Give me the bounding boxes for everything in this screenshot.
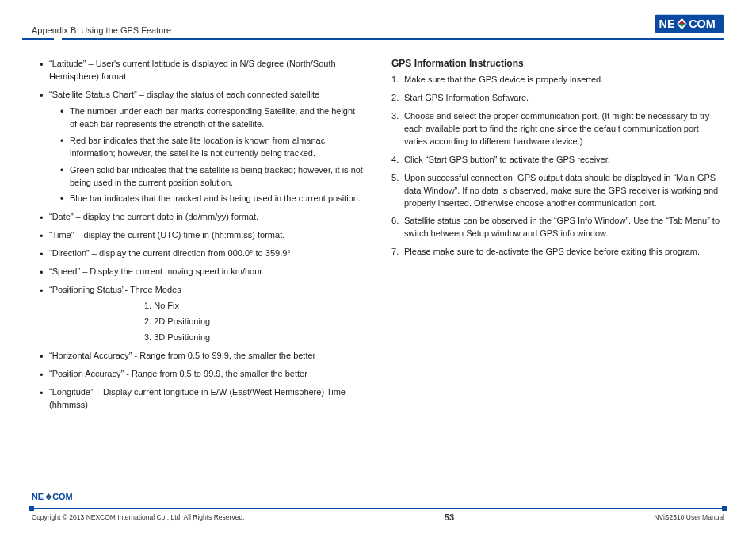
list-item: Satellite status can be observed in the …: [391, 215, 724, 240]
list-item: Red bar indicates that the satellite loc…: [60, 135, 365, 160]
list-item: “Longitude” – Display current longitude …: [40, 386, 365, 412]
page-number: 53: [445, 512, 454, 522]
list-item: Blue bar indicates that the tracked and …: [60, 193, 365, 205]
svg-text:NE: NE: [659, 17, 675, 30]
footer-rule: [32, 508, 724, 509]
svg-text:NE: NE: [32, 492, 44, 501]
list-item: The number under each bar marks correspo…: [60, 105, 365, 131]
feature-list: “Latitude” – User's current latitude is …: [32, 58, 365, 412]
footer-row: Copyright © 2013 NEXCOM International Co…: [32, 512, 724, 522]
list-item: “Latitude” – User's current latitude is …: [40, 58, 365, 83]
copyright: Copyright © 2013 NEXCOM International Co…: [32, 513, 244, 521]
list-item: “Horizontal Accuracy” - Range from 0.5 t…: [40, 350, 365, 362]
list-item: Green solid bar indicates that the satel…: [60, 164, 365, 190]
list-item: “Time” – display the current (UTC) time …: [40, 229, 365, 242]
list-item: 1. No Fix: [144, 300, 365, 313]
list-item: “Speed” – Display the current moving spe…: [40, 266, 365, 278]
content: “Latitude” – User's current latitude is …: [32, 58, 724, 417]
list-item: Make sure that the GPS device is properl…: [391, 74, 724, 86]
list-item: “Date” – display the current date in (dd…: [40, 211, 365, 224]
svg-text:COM: COM: [689, 17, 716, 30]
header-rule: [32, 38, 724, 40]
footer-logo: NE COM: [32, 491, 724, 505]
svg-text:COM: COM: [52, 492, 72, 501]
right-column: GPS Information Instructions Make sure t…: [391, 58, 724, 417]
list-item: Click “Start GPS button” to activate the…: [391, 154, 724, 167]
modes-list: 1. No Fix 2. 2D Positioning 3. 3D Positi…: [49, 300, 365, 344]
instructions-heading: GPS Information Instructions: [391, 58, 724, 69]
manual-name: NViS2310 User Manual: [654, 513, 724, 521]
left-column: “Latitude” – User's current latitude is …: [32, 58, 365, 417]
list-item: Start GPS Information Software.: [391, 92, 724, 105]
list-item: “Position Accuracy” - Range from 0.5 to …: [40, 368, 365, 381]
list-item: Please make sure to de-activate the GPS …: [391, 246, 724, 259]
list-item: Choose and select the proper communicati…: [391, 110, 724, 148]
list-text: “Satellite Status Chart” – display the s…: [49, 90, 319, 99]
list-item: 2. 2D Positioning: [144, 316, 365, 328]
breadcrumb: Appendix B: Using the GPS Feature: [32, 25, 171, 35]
header: Appendix B: Using the GPS Feature NE COM: [32, 14, 724, 35]
list-item: “Satellite Status Chart” – display the s…: [40, 89, 365, 206]
list-item: “Direction” – display the current direct…: [40, 247, 365, 260]
list-text: “Latitude” – User's current latitude is …: [49, 59, 336, 81]
brand-logo: NE COM: [655, 14, 724, 35]
list-text: “Positioning Status”- Three Modes: [49, 285, 181, 294]
footer: NE COM Copyright © 2013 NEXCOM Internati…: [32, 491, 724, 522]
list-item: “Positioning Status”- Three Modes 1. No …: [40, 284, 365, 344]
list-item: 3. 3D Positioning: [144, 332, 365, 344]
list-item: Upon successful connection, GPS output d…: [391, 172, 724, 210]
instructions-list: Make sure that the GPS device is properl…: [391, 74, 724, 259]
sub-list: The number under each bar marks correspo…: [49, 105, 365, 206]
